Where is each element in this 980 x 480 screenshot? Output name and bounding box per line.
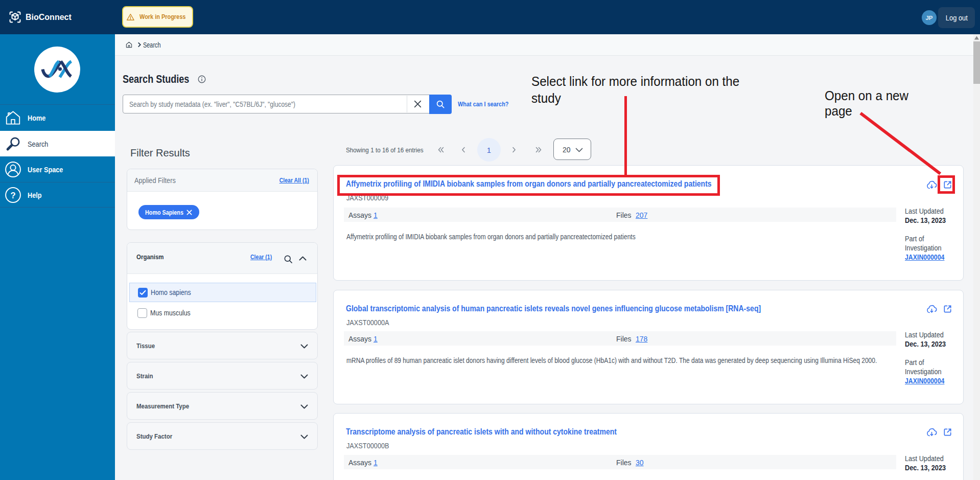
svg-text:?: ? — [10, 190, 15, 200]
